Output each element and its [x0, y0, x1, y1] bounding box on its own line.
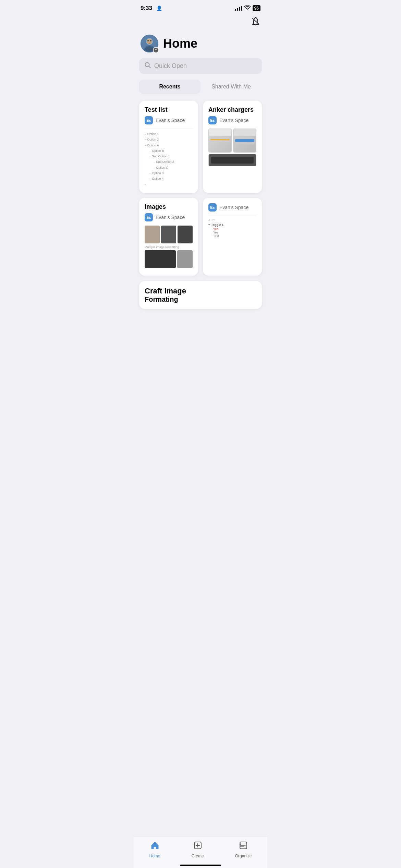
search-icon	[145, 62, 151, 70]
page-title: Home	[163, 36, 197, 51]
card-space-row: Es Evan's Space	[145, 116, 193, 124]
list-item: ◦ Option B	[145, 148, 193, 154]
card-space-row: Es Evan's Space	[208, 203, 256, 212]
svg-point-6	[150, 40, 151, 41]
image-row-2	[145, 250, 193, 268]
tabs-container: Recents Shared With Me	[134, 80, 267, 101]
card-anker-chargers[interactable]: Anker chargers Es Evan's Space	[203, 101, 262, 193]
battery-indicator: 96	[253, 5, 260, 11]
search-container: Quick Open	[134, 58, 267, 80]
status-bar: 9:33 👤 96	[134, 0, 267, 14]
tab-recents[interactable]: Recents	[139, 80, 200, 94]
list-item: • Option 1	[145, 132, 193, 137]
svg-line-9	[149, 66, 150, 68]
card-title: Anker chargers	[208, 106, 256, 113]
toggle-title: Toggle 1	[211, 223, 223, 227]
image-dark-2	[178, 226, 193, 243]
card-space-row: Es Evan's Space	[145, 213, 193, 221]
anker-images	[208, 129, 256, 153]
toggle-item-test: Test	[208, 234, 256, 238]
image-caption: Multiple image formatting	[145, 245, 193, 249]
notification-bell-container	[134, 14, 267, 31]
cards-grid: Test list Es Evan's Space • Option 1 • O…	[134, 101, 267, 281]
space-badge: Es	[208, 116, 217, 124]
avatar-dropdown-arrow: ▾	[153, 47, 159, 53]
image-cables	[145, 250, 176, 268]
list-item: ◦ Option C	[145, 165, 193, 171]
image-gray	[177, 250, 193, 268]
wifi-icon	[244, 5, 251, 11]
list-item: ◦ Option 3	[145, 171, 193, 176]
toggle-item-yes-red: Yes	[208, 227, 256, 231]
list-item: ◦ Option 4	[145, 176, 193, 182]
person-icon: 👤	[156, 5, 162, 11]
image-hand	[145, 226, 160, 243]
card-space-row: Es Evan's Space	[208, 116, 256, 124]
avatar[interactable]: ▾	[141, 35, 158, 52]
space-badge: Es	[208, 203, 217, 212]
card-toggle[interactable]: Es Evan's Space /LIST ▾ Toggle 1 Yes Yes…	[203, 198, 262, 276]
card-images[interactable]: Images Es Evan's Space Multiple image fo…	[139, 198, 198, 276]
search-placeholder: Quick Open	[154, 62, 187, 70]
divider	[145, 129, 193, 129]
bell-icon[interactable]	[251, 16, 260, 28]
header: ▾ Home	[134, 31, 267, 58]
divider	[208, 216, 256, 216]
card-craft-image[interactable]: Craft Image Formating	[139, 281, 262, 309]
craft-card-subtitle: Formating	[145, 296, 256, 303]
anker-image-1	[208, 129, 232, 153]
tab-shared-with-me[interactable]: Shared With Me	[200, 80, 262, 94]
anker-image-3	[208, 154, 256, 166]
status-icons: 96	[235, 5, 260, 11]
anker-image-2	[233, 129, 256, 153]
list-item: •	[145, 182, 193, 188]
toggle-arrow-icon: ▾	[208, 223, 210, 226]
card-title: Images	[145, 203, 193, 210]
space-badge: Es	[145, 116, 153, 124]
svg-point-5	[147, 40, 149, 41]
list-content: • Option 1 • Option 2 • Option A ◦ Optio…	[145, 132, 193, 188]
search-bar[interactable]: Quick Open	[139, 58, 262, 74]
toggle-item-yes: Yes	[208, 231, 256, 234]
space-name: Evan's Space	[156, 118, 185, 123]
image-row-1	[145, 226, 193, 243]
space-badge: Es	[145, 213, 153, 221]
list-item: ◦ Sub Option 2	[145, 159, 193, 165]
list-item: ◦ Sub Option 1	[145, 154, 193, 159]
svg-point-7	[145, 46, 154, 52]
image-dark-1	[161, 226, 176, 243]
card-test-list[interactable]: Test list Es Evan's Space • Option 1 • O…	[139, 101, 198, 193]
space-name: Evan's Space	[219, 118, 248, 123]
card-title: Test list	[145, 106, 193, 113]
craft-card-title: Craft Image	[145, 287, 256, 296]
list-item: • Option 2	[145, 137, 193, 143]
slash-tag: /LIST	[208, 219, 256, 222]
toggle-row: ▾ Toggle 1	[208, 223, 256, 227]
signal-bars	[235, 6, 242, 11]
space-name: Evan's Space	[219, 205, 248, 210]
list-item: • Option A	[145, 143, 193, 148]
status-time: 9:33	[141, 5, 152, 12]
space-name: Evan's Space	[156, 215, 185, 220]
